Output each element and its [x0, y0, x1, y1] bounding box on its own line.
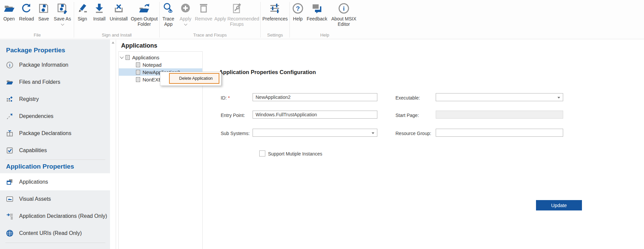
- sidebar-item-label: Package Information: [19, 62, 68, 68]
- reload-icon: [20, 2, 33, 15]
- executable-combobox[interactable]: [436, 93, 563, 101]
- help-button[interactable]: ? Help: [290, 0, 306, 21]
- page-title: Applications: [121, 42, 157, 49]
- sidebar-item-label: Application Declarations (Read Only): [19, 213, 107, 219]
- sidebar-divider: [5, 243, 105, 243]
- svg-text:i: i: [343, 5, 344, 12]
- reload-button[interactable]: Reload: [17, 0, 36, 21]
- sidebar-item-label: Registry: [19, 96, 39, 102]
- ribbon-group-help: ? Help Feedback i About MSIX Editor Help: [290, 0, 360, 39]
- save-as-icon: [56, 2, 68, 15]
- sidebar-item-applications[interactable]: Applications: [0, 173, 110, 190]
- id-input[interactable]: [253, 93, 377, 101]
- install-arrow-icon: [93, 2, 105, 15]
- sidebar-item-application-declarations[interactable]: Application Declarations (Read Only): [0, 207, 110, 225]
- trace-app-button[interactable]: Trace App: [160, 0, 177, 27]
- tree-item-applications-root[interactable]: Applications: [119, 54, 202, 61]
- sidebar-item-package-information[interactable]: i Package Information: [0, 56, 110, 73]
- sidebar-item-visual-assets[interactable]: Visual Assets: [0, 190, 110, 207]
- ribbon-group-sign-install-label: Sign and Install: [74, 33, 159, 39]
- trace-app-button-label: Trace App: [160, 16, 177, 27]
- feedback-bubbles-icon: [311, 2, 323, 15]
- feedback-button[interactable]: Feedback: [306, 0, 328, 21]
- checkbox-check-icon: [6, 147, 13, 154]
- open-folder-icon: [3, 2, 15, 15]
- tree-expander-chevron-down-icon[interactable]: [120, 55, 123, 59]
- main-content: Applications Applications Notepad NewApp…: [116, 40, 644, 249]
- sidebar-item-dependencies[interactable]: Dependencies: [0, 108, 110, 125]
- support-multiple-instances-label: Support Mutiple Instances: [268, 151, 322, 157]
- arrow-up-icon: [112, 42, 114, 44]
- resource-group-label: Resource Group:: [395, 131, 431, 136]
- ribbon-toolbar: Open Reload Save Save As: [0, 0, 644, 39]
- uninstall-button-label: Uninstall: [110, 16, 128, 21]
- save-button[interactable]: Save: [36, 0, 52, 21]
- start-page-input: [436, 111, 563, 119]
- tree-item-notepad[interactable]: Notepad: [119, 61, 202, 68]
- support-multiple-instances-checkbox[interactable]: [259, 150, 265, 157]
- tree-item-label: Applications: [132, 55, 159, 60]
- sidebar-item-registry[interactable]: Registry: [0, 90, 110, 108]
- preferences-button[interactable]: Preferences: [261, 0, 289, 21]
- info-circle-icon: i: [6, 61, 13, 69]
- ribbon-group-file-label: File: [1, 33, 74, 39]
- sidebar-item-files-and-folders[interactable]: Files and Folders: [0, 73, 110, 90]
- open-output-folder-button-label: Open Output Folder: [129, 16, 159, 27]
- entry-point-label: Entry Point:: [221, 113, 245, 118]
- sidebar-item-label: Files and Folders: [19, 79, 60, 85]
- sub-systems-label: Sub Systems:: [221, 131, 250, 136]
- about-msix-editor-button-label: About MSIX Editor: [328, 16, 360, 27]
- sidebar-item-content-uris[interactable]: Content URIs (Read Only): [0, 225, 110, 242]
- fixups-document-icon: [231, 2, 243, 15]
- update-button[interactable]: Update: [536, 200, 582, 210]
- chevron-down-icon: [557, 97, 560, 99]
- sidebar-item-capabilities[interactable]: Capabilities: [0, 142, 110, 159]
- svg-text:i: i: [9, 63, 10, 68]
- required-asterisk: *: [228, 95, 230, 101]
- about-info-icon: i: [338, 2, 350, 15]
- chevron-down-icon: [61, 22, 64, 26]
- sign-pencil-icon: [76, 2, 88, 15]
- entry-point-input[interactable]: [253, 111, 377, 119]
- sub-systems-combobox[interactable]: [253, 129, 377, 137]
- document-icon: [125, 55, 130, 60]
- tree-item-label: NonEXE: [143, 77, 162, 82]
- reload-button-label: Reload: [19, 16, 34, 21]
- resource-group-input[interactable]: [436, 129, 563, 137]
- chevron-down-icon: [372, 132, 374, 134]
- scroll-up-button[interactable]: [110, 40, 116, 46]
- start-page-label: Start Page:: [395, 113, 419, 118]
- open-button[interactable]: Open: [1, 0, 17, 21]
- preferences-sliders-icon: [269, 2, 281, 15]
- navigation-sidebar: Package Properties i Package Information…: [0, 40, 110, 249]
- sidebar-item-package-declarations[interactable]: Package Declarations: [0, 125, 110, 142]
- open-output-folder-button[interactable]: Open Output Folder: [129, 0, 159, 27]
- install-button[interactable]: Install: [91, 0, 108, 21]
- apply-recommended-fixups-button: Apply Recommended Fixups: [213, 0, 260, 27]
- gift-box-icon: [6, 130, 13, 137]
- help-button-label: Help: [293, 16, 303, 21]
- arrow-list-icon: [6, 212, 13, 220]
- tree-item-label: Notepad: [143, 62, 162, 68]
- uninstall-button[interactable]: Uninstall: [108, 0, 129, 21]
- ribbon-group-sign-install: Sign Install Uninstall Open Output Folde…: [74, 0, 159, 39]
- remove-button-label: Remove: [195, 16, 212, 21]
- sidebar-item-label: Visual Assets: [19, 196, 51, 202]
- remove-button: Remove: [194, 0, 213, 21]
- about-msix-editor-button[interactable]: i About MSIX Editor: [328, 0, 360, 27]
- sidebar-scrollbar[interactable]: [110, 40, 116, 249]
- document-icon: [136, 77, 140, 82]
- folder-icon: [6, 78, 13, 86]
- ribbon-group-settings-label: Settings: [261, 33, 289, 39]
- preferences-button-label: Preferences: [262, 16, 287, 21]
- sidebar-item-label: Dependencies: [19, 113, 53, 119]
- ribbon-group-trace-fixups: Trace App Apply Remove Apply Recommend: [160, 0, 260, 39]
- save-as-button[interactable]: Save As: [52, 0, 73, 25]
- sidebar-item-label: Capabilities: [19, 147, 47, 153]
- delete-application-menu-item[interactable]: Delete Application: [169, 73, 219, 84]
- sign-button-label: Sign: [77, 16, 87, 21]
- ribbon-group-file: Open Reload Save Save As: [1, 0, 74, 39]
- globe-icon: [6, 230, 13, 237]
- sign-button[interactable]: Sign: [74, 0, 91, 21]
- id-label: ID: *: [221, 95, 230, 101]
